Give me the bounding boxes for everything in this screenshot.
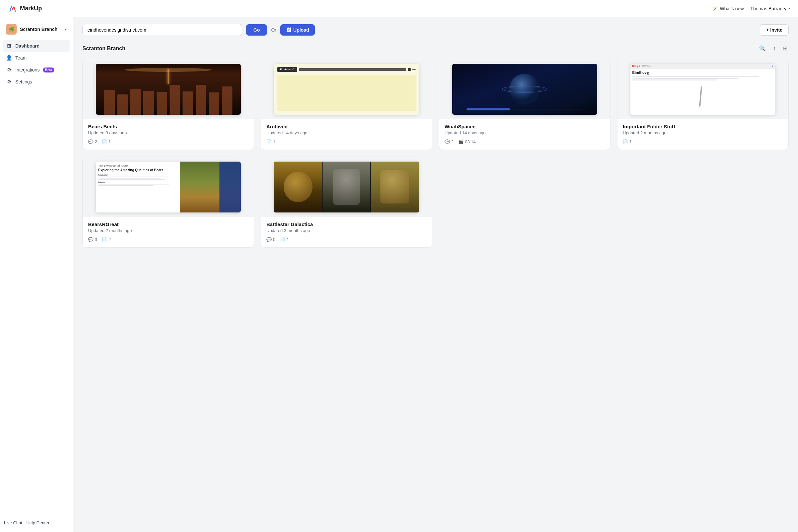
comment-count: 💬 0 — [266, 237, 275, 242]
topnav: MarkUp 🪄 What's new Thomas Barragry ▾ — [0, 0, 798, 17]
card-item[interactable]: Design Eindhov... ✦ Eindhove Important F… — [617, 59, 789, 150]
card-item[interactable]: The Evolution of Bears Exploring the Ama… — [82, 157, 254, 248]
card-meta: 💬 2 🎬 03:14 — [444, 139, 605, 144]
upload-label: Upload — [293, 27, 309, 33]
invite-button[interactable]: + Invite — [760, 24, 789, 36]
card-title: Battlestar Galactica — [266, 222, 426, 227]
layout-button[interactable]: ⊞ — [782, 44, 789, 53]
card-title: Bears Beets — [88, 124, 248, 129]
integrations-icon: ⚙ — [6, 67, 12, 73]
search-button[interactable]: 🔍 — [758, 44, 767, 53]
workspace-selector[interactable]: 🌿 Scranton Branch ▾ — [3, 21, 70, 37]
card-updated: Updated 14 days ago — [266, 130, 426, 135]
card-thumbnail: Design Eindhov... ✦ Eindhove — [618, 59, 788, 119]
comment-count: 💬 3 — [88, 237, 97, 242]
attachment-icon: 📄 — [623, 139, 628, 144]
card-body: ArchivedUpdated 14 days ago 📄 1 — [261, 119, 432, 150]
card-item[interactable]: WoahSpaceeUpdated 14 days ago 💬 2 🎬 03:1… — [439, 59, 610, 150]
video-icon: 🎬 — [458, 139, 463, 144]
attachment-icon: 📄 — [102, 237, 107, 242]
attachment-count: 📄 1 — [623, 139, 632, 144]
card-thumbnail — [439, 59, 610, 119]
topnav-right: 🪄 What's new Thomas Barragry ▾ — [712, 6, 790, 11]
card-updated: Updated 3 days ago — [88, 130, 248, 135]
comment-icon: 💬 — [88, 139, 93, 144]
card-item[interactable]: Bears BeetsUpdated 3 days ago 💬 2 📄 1 — [82, 59, 254, 150]
app-body: 🌿 Scranton Branch ▾ ⊞ Dashboard 👤 Team ⚙… — [0, 17, 798, 532]
live-chat-link[interactable]: Live Chat — [4, 520, 22, 525]
sidebar-item-integrations-label: Integrations — [15, 67, 40, 73]
workspace-avatar: 🌿 — [6, 24, 17, 35]
main-content: Go Or 🖼 Upload + Invite Scranton Branch … — [73, 17, 798, 532]
card-item[interactable]: Fontshare° ArchivedUpdated 14 days ago 📄… — [261, 59, 432, 150]
attachment-icon: 📄 — [102, 139, 107, 144]
comment-count: 💬 2 — [444, 139, 454, 144]
section-header: Scranton Branch 🔍 ↕ ⊞ — [82, 44, 789, 53]
whats-new-button[interactable]: 🪄 What's new — [712, 6, 744, 11]
card-body: Important Folder StuffUpdated 2 months a… — [618, 119, 788, 150]
user-name: Thomas Barragry — [750, 6, 786, 11]
attachment-icon: 📄 — [280, 237, 285, 242]
workspace-name: Scranton Branch — [20, 26, 61, 32]
sidebar-item-dashboard-label: Dashboard — [15, 43, 40, 49]
sidebar-item-settings-label: Settings — [15, 79, 32, 84]
attachment-count: 📄 2 — [102, 237, 111, 242]
dashboard-icon: ⊞ — [6, 43, 12, 49]
duration: 🎬 03:14 — [458, 139, 476, 144]
card-thumbnail — [83, 59, 254, 119]
or-text: Or — [271, 27, 276, 33]
section-actions: 🔍 ↕ ⊞ — [758, 44, 789, 53]
attachment-count: 📄 1 — [266, 139, 275, 144]
help-center-link[interactable]: Help Center — [26, 520, 49, 525]
beta-badge: Beta — [43, 68, 54, 73]
card-updated: Updated 3 months ago — [266, 228, 426, 233]
go-button[interactable]: Go — [246, 24, 267, 36]
settings-icon: ⚙ — [6, 79, 12, 85]
cards-grid: Bears BeetsUpdated 3 days ago 💬 2 📄 1 Fo… — [82, 59, 789, 248]
card-thumbnail: The Evolution of Bears Exploring the Ama… — [83, 157, 254, 217]
card-updated: Updated 2 months ago — [623, 130, 783, 135]
sparkle-icon: 🪄 — [712, 6, 718, 11]
card-meta: 📄 1 — [623, 139, 783, 144]
workspace-chevron-icon: ▾ — [65, 27, 67, 32]
attachment-count: 📄 1 — [102, 139, 111, 144]
comment-icon: 💬 — [266, 237, 272, 242]
sidebar-item-integrations[interactable]: ⚙ Integrations Beta — [3, 64, 70, 76]
comment-count: 💬 2 — [88, 139, 97, 144]
svg-point-1 — [509, 74, 540, 104]
upload-button[interactable]: 🖼 Upload — [280, 24, 315, 36]
app-logo[interactable]: MarkUp — [8, 4, 42, 13]
chevron-down-icon: ▾ — [788, 7, 790, 10]
sidebar-item-dashboard[interactable]: ⊞ Dashboard — [3, 40, 70, 52]
whats-new-label: What's new — [720, 6, 744, 11]
upload-icon: 🖼 — [286, 27, 291, 33]
url-input[interactable] — [82, 24, 242, 36]
card-thumbnail: Fontshare° — [261, 59, 432, 119]
attachment-count: 📄 1 — [280, 237, 289, 242]
card-meta: 💬 0 📄 1 — [266, 237, 426, 242]
sidebar-item-team[interactable]: 👤 Team — [3, 52, 70, 64]
url-input-wrap — [82, 24, 242, 36]
sidebar: 🌿 Scranton Branch ▾ ⊞ Dashboard 👤 Team ⚙… — [0, 17, 73, 532]
card-meta: 💬 3 📄 2 — [88, 237, 248, 242]
card-meta: 💬 2 📄 1 — [88, 139, 248, 144]
sidebar-item-team-label: Team — [15, 55, 26, 60]
sidebar-item-settings[interactable]: ⚙ Settings — [3, 76, 70, 88]
comment-icon: 💬 — [444, 139, 450, 144]
card-body: Battlestar GalacticaUpdated 3 months ago… — [261, 217, 432, 247]
card-title: BearsRGreat — [88, 222, 248, 227]
sort-button[interactable]: ↕ — [772, 44, 777, 53]
card-body: Bears BeetsUpdated 3 days ago 💬 2 📄 1 — [83, 119, 254, 150]
user-menu-button[interactable]: Thomas Barragry ▾ — [750, 6, 790, 11]
card-updated: Updated 2 months ago — [88, 228, 248, 233]
card-title: WoahSpacee — [444, 124, 605, 129]
card-item[interactable]: Battlestar GalacticaUpdated 3 months ago… — [261, 157, 432, 248]
card-title: Archived — [266, 124, 426, 129]
team-icon: 👤 — [6, 55, 12, 61]
card-updated: Updated 14 days ago — [444, 130, 605, 135]
card-body: BearsRGreatUpdated 2 months ago 💬 3 📄 2 — [83, 217, 254, 247]
card-thumbnail — [261, 157, 432, 217]
sidebar-bottom: Live Chat Help Center — [3, 518, 70, 528]
comment-icon: 💬 — [88, 237, 93, 242]
attachment-icon: 📄 — [266, 139, 272, 144]
